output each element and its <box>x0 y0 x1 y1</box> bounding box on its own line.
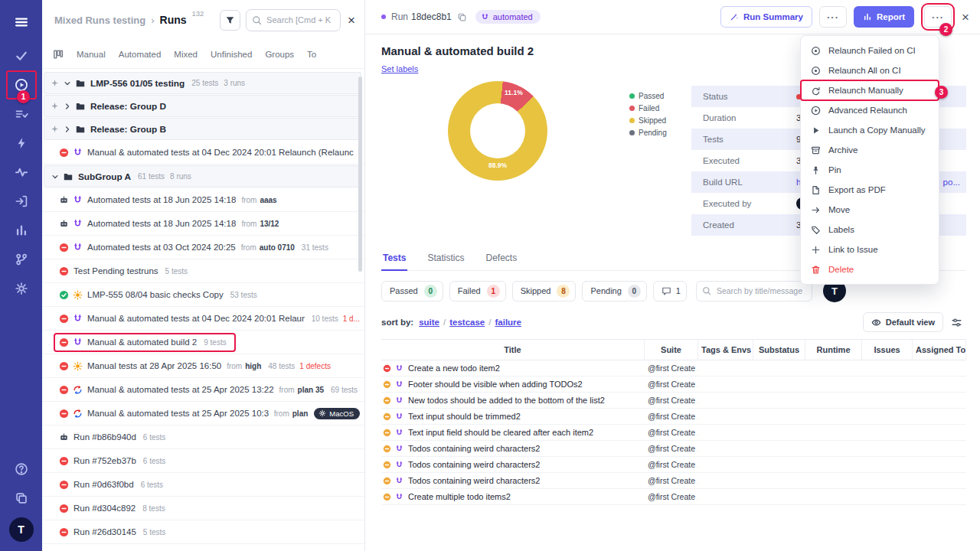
menu-item[interactable]: Move <box>801 200 939 220</box>
run-list-item[interactable]: Automated tests at 18 Jun 2025 14:18 fro… <box>42 188 364 212</box>
test-row[interactable]: Todos containing weird characters2 @firs… <box>381 457 966 473</box>
panel-close-button[interactable]: × <box>346 14 357 27</box>
sliders-icon[interactable] <box>951 315 966 330</box>
table-header-cell[interactable]: Title <box>381 340 645 360</box>
run-list-item[interactable]: Manual & automated tests at 04 Dec 2024 … <box>42 141 364 165</box>
test-row[interactable]: Todos containing weird characters2 @firs… <box>381 473 966 489</box>
menu-item[interactable]: Advanced Relaunch <box>801 100 939 120</box>
copy-icon[interactable] <box>6 484 37 513</box>
run-list-item[interactable]: LMP-556 01/05 testing 25 tests 3 runs <box>44 72 361 94</box>
run-list-item[interactable]: Release: Group D <box>44 95 361 117</box>
view-selector[interactable]: Default view <box>863 312 943 332</box>
table-header-cell[interactable]: Suite <box>645 340 698 360</box>
run-list-item[interactable]: Manual & automated tests at 25 Apr 2025 … <box>42 378 364 402</box>
menu-item[interactable]: Export as PDF <box>801 180 939 200</box>
comments-filter-chip[interactable]: 1 <box>653 281 687 302</box>
menu-item[interactable]: Relaunch All on CI <box>801 60 939 80</box>
bar-chart-icon[interactable] <box>6 216 37 245</box>
runs-tab[interactable]: Automated <box>119 50 162 59</box>
status-filter-chip[interactable]: Skipped8 <box>512 281 577 302</box>
status-filter-chip[interactable]: Failed1 <box>449 281 506 302</box>
chevron-icon[interactable] <box>63 125 72 134</box>
table-header-cell[interactable]: Assigned To <box>913 340 966 360</box>
search-icon <box>702 286 711 295</box>
run-title: Manual & automated tests at 04 Dec 2024 … <box>87 314 305 323</box>
runs-scrollbar[interactable] <box>358 77 362 272</box>
run-summary-button[interactable]: Run Summary <box>720 6 812 28</box>
run-list-item[interactable]: Automated tests at 18 Jun 2025 14:18 fro… <box>42 212 364 236</box>
test-row[interactable]: Todos containing weird characters2 @firs… <box>381 441 966 457</box>
test-row[interactable]: Footer should be visible when adding TOD… <box>381 377 966 393</box>
content-tab[interactable]: Tests <box>381 253 407 270</box>
run-list-item[interactable]: Manual & automated build 2 9 tests <box>42 331 364 354</box>
sort-row: sort by: suite/ testcase/ failure Defaul… <box>381 312 966 332</box>
runs-tab[interactable]: Mixed <box>174 50 198 59</box>
runs-tab[interactable]: Manual <box>77 50 106 59</box>
run-list-item[interactable]: Manual & automated tests at 25 Apr 2025 … <box>42 402 364 425</box>
run-list-item[interactable]: LMP-555 08/04 basic checks Copy 53 tests <box>42 283 364 307</box>
chevron-icon[interactable] <box>51 172 60 181</box>
copy-run-id-button[interactable] <box>457 12 467 22</box>
table-header-cell[interactable]: Runtime <box>805 340 862 360</box>
menu-icon[interactable] <box>6 8 37 37</box>
legend-dot <box>629 130 635 135</box>
arrow-right-icon <box>811 205 821 215</box>
test-status-icons <box>383 412 403 421</box>
menu-item[interactable]: Labels <box>801 220 939 240</box>
chevron-icon[interactable] <box>63 102 72 111</box>
list-check-icon[interactable] <box>6 99 37 129</box>
menu-item[interactable]: Archive <box>801 140 939 160</box>
run-list-item[interactable]: Run #d304c892 8 tests <box>42 497 364 520</box>
filter-button[interactable] <box>220 10 240 31</box>
test-row[interactable]: Create multiple todo items2 @first Creat… <box>381 489 966 505</box>
help-icon[interactable] <box>6 455 37 484</box>
test-row[interactable]: Text input field should be cleared after… <box>381 425 966 441</box>
table-header-cell[interactable]: Issues <box>862 340 913 360</box>
run-list-item[interactable]: SubGroup A 61 tests 8 runs <box>44 165 361 187</box>
pulse-icon[interactable] <box>6 158 37 187</box>
runs-tab[interactable]: Unfinished <box>211 50 252 59</box>
run-list-item[interactable]: Automated tests at 03 Oct 2024 20:25 fro… <box>42 236 364 259</box>
branch-icon[interactable] <box>6 245 37 274</box>
table-header-cell[interactable]: Substatus <box>753 340 805 360</box>
menu-item[interactable]: Relaunch Manually <box>801 80 939 100</box>
set-labels-link[interactable]: Set labels <box>381 64 418 73</box>
menu-item[interactable]: Relaunch Failed on CI <box>801 41 939 60</box>
sort-link[interactable]: failure <box>495 318 521 327</box>
status-filter-chip[interactable]: Passed0 <box>381 281 443 302</box>
content-tab[interactable]: Defects <box>484 253 518 270</box>
gear-icon[interactable] <box>6 274 37 303</box>
test-row[interactable]: Create a new todo item2 @first Create ..… <box>381 360 966 377</box>
run-list-item[interactable]: Run #0d63f0bd 6 tests <box>42 473 364 497</box>
breadcrumb-project[interactable]: Mixed Runs testing <box>54 15 145 26</box>
run-list-item[interactable]: Run #26d30145 5 tests <box>42 520 364 544</box>
table-header-cell[interactable]: Tags & Envs <box>698 340 753 360</box>
test-row[interactable]: New todos should be added to the bottom … <box>381 393 966 409</box>
test-row[interactable]: Text input should be trimmed2 @first Cre… <box>381 409 966 425</box>
content-tab[interactable]: Statistics <box>426 253 466 270</box>
sort-link[interactable]: testcase <box>449 318 485 327</box>
menu-item[interactable]: Link to Issue <box>801 240 939 259</box>
close-run-button[interactable]: × <box>962 11 969 24</box>
run-list-item[interactable]: Run #b86b940d 6 tests <box>42 425 364 449</box>
sort-link[interactable]: suite <box>419 318 439 327</box>
run-list-item[interactable]: Manual & automated tests at 04 Dec 2024 … <box>42 307 364 331</box>
user-avatar[interactable]: T <box>9 517 34 542</box>
run-list-item[interactable]: Test Pending testruns 5 tests <box>42 259 364 283</box>
runs-tab[interactable]: To <box>307 50 316 59</box>
import-icon[interactable] <box>6 187 37 216</box>
check-icon[interactable] <box>6 41 37 70</box>
menu-item[interactable]: Launch a Copy Manually <box>801 120 939 140</box>
more-options-button[interactable]: ··· <box>819 6 847 28</box>
run-list-item[interactable]: Manual tests at 28 Apr 2025 16:50 from h… <box>42 354 364 378</box>
bolt-icon[interactable] <box>6 129 37 158</box>
menu-item[interactable]: Delete <box>801 259 939 279</box>
run-list-item[interactable]: Run #752eb37b 6 tests <box>42 449 364 473</box>
chevron-icon[interactable] <box>63 79 72 88</box>
status-filter-chip[interactable]: Pending0 <box>582 281 646 302</box>
tests-search-input[interactable] <box>696 281 812 302</box>
run-list-item[interactable]: Release: Group B <box>44 118 361 140</box>
menu-item[interactable]: Pin <box>801 160 939 180</box>
runs-tab[interactable]: Groups <box>265 50 294 59</box>
report-button[interactable]: Report <box>854 6 914 28</box>
